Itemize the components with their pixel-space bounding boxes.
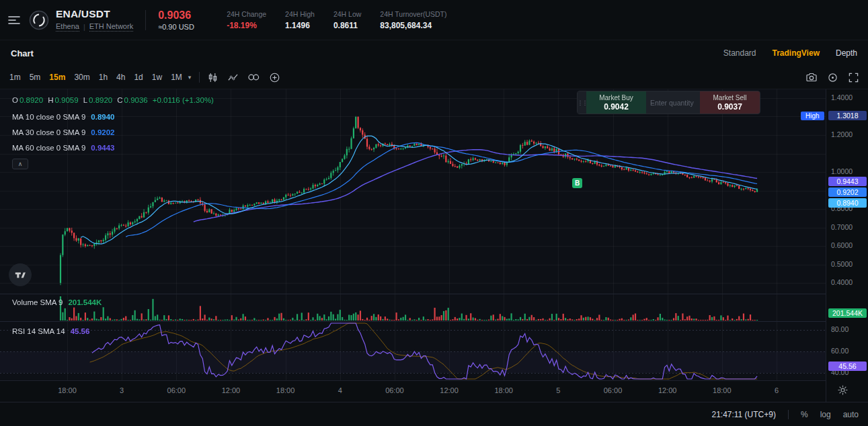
ma-row-ma-10-close-0-sma-9: MA 10 close 0 SMA 90.8940 [12,112,115,122]
screenshot-camera-icon[interactable] [806,73,817,82]
timeframe-dropdown-icon[interactable]: ▾ [188,74,192,81]
market-buy-button[interactable]: Market Buy 0.9042 [586,91,646,114]
rsi-value: 45.56 [71,327,90,335]
ohlc-o: O0.8920 [12,96,43,104]
stat-label: 24H Change [227,10,266,18]
time-label: 6 [775,386,779,394]
stat-value: 83,805,684.34 [380,21,446,30]
axis-label: 1.4000 [831,93,853,101]
time-label: 12:00 [440,386,459,394]
ohlc-l: L0.8920 [83,96,113,104]
token-logo-icon [29,10,49,30]
price-axis[interactable]: 1.40001.20001.00000.80000.70000.60000.50… [826,89,868,402]
scale-log[interactable]: log [820,410,831,419]
quick-trade-widget: ⋮⋮ Market Buy 0.9042 Market Sell 0.9037 [577,91,760,114]
collapse-legend-button[interactable]: ∧ [12,159,28,169]
symbol-title[interactable]: ENA/USDT [56,8,133,20]
ma-legend: MA 10 close 0 SMA 90.8940MA 30 close 0 S… [12,112,115,153]
stat-value: -18.19% [227,21,266,30]
tradingview-watermark-icon[interactable] [9,263,32,286]
ohlc-key: L [83,96,87,104]
time-label: 12:00 [222,386,241,394]
axis-label: 0.7000 [831,223,853,231]
market-sell-price: 0.9037 [717,102,742,112]
ma-label: MA 10 close 0 SMA 9 [12,113,85,121]
separator: | [83,23,85,31]
stat-label: 24H Turnover(USDT) [380,10,446,18]
ohlc-value: 0.9059 [54,96,78,104]
timeframe-1d[interactable]: 1d [134,73,143,82]
market-sell-button[interactable]: Market Sell 0.9037 [700,91,760,114]
time-axis[interactable]: 18:00306:0012:0018:00406:0012:0018:00506… [0,380,826,402]
volume-badge: 201.544K [828,308,867,318]
time-label: 06:00 [167,386,186,394]
timeframe-30m[interactable]: 30m [74,73,89,82]
ma-price-badge: 0.9202 [828,187,867,197]
topbar: ENA/USDT Ethena | ETH Network 0.9036 ≈0.… [0,0,868,40]
timeframe-list: 1m5m15m30m1h4h1d1w1M [9,73,182,82]
axis-label: 0.4000 [831,278,853,286]
timeframe-4h[interactable]: 4h [116,73,125,82]
rsi-legend: RSI 14 SMA 14 45.56 [12,327,89,335]
divider [199,72,200,83]
axis-label: 0.5000 [831,260,853,268]
network-label[interactable]: ETH Network [89,22,133,32]
drag-handle-icon[interactable]: ⋮⋮ [578,91,586,114]
quantity-field-wrap [646,91,700,114]
stat-24h-high: 24H High1.1496 [285,10,315,30]
add-indicator-icon[interactable] [270,73,280,83]
scale-[interactable]: % [801,410,808,419]
volume-legend: Volume SMA 9 201.544K [12,298,102,306]
chart-area: O0.8920H0.9059L0.8920C0.9036+0.0116 (+1.… [0,89,868,402]
ma-row-ma-30-close-0-sma-9: MA 30 close 0 SMA 90.9202 [12,127,115,138]
timeframe-1h[interactable]: 1h [99,73,108,82]
compare-icon[interactable] [248,73,260,81]
ma-label: MA 60 close 0 SMA 9 [12,144,85,152]
tab-standard[interactable]: Standard [723,48,756,58]
volume-value: 201.544K [68,298,102,306]
tab-tradingview[interactable]: TradingView [773,48,820,58]
last-price: 0.9036 [158,9,210,22]
time-label: 06:00 [604,386,623,394]
market-buy-label: Market Buy [599,94,633,101]
ma-label: MA 30 close 0 SMA 9 [12,128,85,136]
usd-value: ≈0.90 USD [158,23,210,31]
chart-style-icon[interactable] [208,73,218,83]
fullscreen-icon[interactable] [849,73,859,83]
chart-footer: 21:47:11 (UTC+9) %logauto [0,402,868,426]
time-label: 06:00 [385,386,404,394]
axis-label: 1.0000 [831,167,853,175]
scale-auto[interactable]: auto [843,410,859,419]
indicators-icon[interactable] [228,73,238,83]
ohlc-value: 0.9036 [124,96,148,104]
buy-trade-marker[interactable]: B [572,178,582,188]
timeframe-1m[interactable]: 1m [9,73,21,82]
time-label: 4 [338,386,342,394]
clock[interactable]: 21:47:11 (UTC+9) [711,410,776,419]
axis-label: 60.00 [831,347,849,355]
candlestick-chart-canvas[interactable] [0,89,826,380]
axis-label: 80.00 [831,325,849,333]
token-name[interactable]: Ethena [56,22,79,32]
axis-settings-icon[interactable] [838,385,848,398]
rsi-badge: 45.56 [828,361,867,371]
crosshair-icon[interactable] [828,73,838,83]
axis-label: 0.6000 [831,241,853,249]
ohlc-legend: O0.8920H0.9059L0.8920C0.9036+0.0116 (+1.… [12,96,214,104]
ohlc-h: H0.9059 [48,96,79,104]
time-label: 3 [120,386,124,394]
ma-value: 0.8940 [91,113,114,121]
axis-label: 1.2000 [831,130,853,138]
timeframe-15m[interactable]: 15m [49,73,65,82]
rsi-label: RSI 14 SMA 14 [12,327,65,335]
timeframe-1w[interactable]: 1w [152,73,162,82]
tab-depth[interactable]: Depth [836,48,857,58]
quantity-input[interactable] [646,99,700,107]
trading-app: ENA/USDT Ethena | ETH Network 0.9036 ≈0.… [0,0,868,426]
stat-label: 24H Low [333,10,361,18]
time-label: 5 [556,386,560,394]
ma-value: 0.9202 [91,128,114,136]
timeframe-5m[interactable]: 5m [30,73,41,82]
timeframe-1m[interactable]: 1M [171,73,182,82]
menu-icon[interactable] [8,15,23,25]
